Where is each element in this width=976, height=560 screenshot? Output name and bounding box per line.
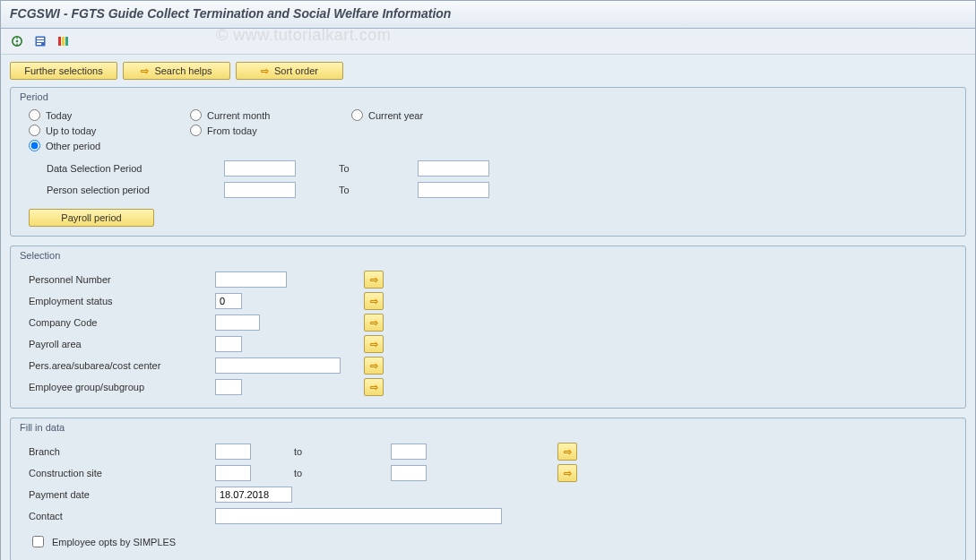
multiple-selection-button[interactable]: ⇨: [364, 378, 384, 396]
radio-up-to-today[interactable]: Up to today: [29, 125, 190, 136]
radio-from-today[interactable]: From today: [190, 125, 351, 136]
svg-rect-5: [37, 38, 44, 39]
field-label: Pers.area/subarea/cost center: [29, 360, 208, 371]
multiple-selection-button[interactable]: ⇨: [364, 357, 384, 375]
content-area: Further selections ⇨ Search helps ⇨ Sort…: [1, 55, 975, 560]
button-label: Further selections: [24, 65, 102, 76]
arrow-right-icon: ⇨: [370, 296, 378, 307]
variant-icon[interactable]: [55, 32, 73, 50]
data-selection-period-row: Data Selection Period To: [47, 159, 947, 178]
radio-label: Current month: [207, 110, 270, 121]
sort-order-button[interactable]: ⇨ Sort order: [236, 62, 343, 80]
data-selection-from-input[interactable]: [224, 160, 296, 177]
checkbox-label: Employee opts by SIMPLES: [52, 537, 176, 547]
multiple-selection-button[interactable]: ⇨: [557, 464, 577, 482]
field-label: Person selection period: [47, 185, 217, 195]
radio-input[interactable]: [351, 109, 363, 121]
radio-label: Today: [46, 110, 72, 121]
arrow-right-icon: ⇨: [370, 317, 378, 329]
search-helps-button[interactable]: ⇨ Search helps: [123, 62, 230, 80]
group-title: Selection: [11, 246, 965, 266]
svg-rect-6: [37, 40, 44, 42]
field-label: Branch: [29, 446, 208, 457]
radio-current-year[interactable]: Current year: [351, 109, 495, 121]
radio-other-period[interactable]: Other period: [29, 140, 190, 151]
arrow-right-icon: ⇨: [370, 339, 378, 350]
radio-input[interactable]: [29, 109, 40, 121]
further-selections-button[interactable]: Further selections: [10, 62, 117, 80]
to-label: to: [258, 446, 384, 457]
employment-status-row: Employment status ⇨: [29, 291, 947, 311]
person-selection-from-input[interactable]: [224, 182, 296, 198]
radio-label: Up to today: [46, 125, 96, 136]
arrow-right-icon: ⇨: [141, 65, 149, 77]
button-label: Sort order: [274, 65, 318, 76]
radio-input[interactable]: [190, 125, 202, 136]
pers-area-input[interactable]: [215, 358, 341, 374]
to-label: To: [303, 163, 410, 174]
svg-rect-8: [58, 37, 61, 46]
button-label: Payroll period: [61, 212, 121, 223]
radio-input[interactable]: [29, 125, 40, 136]
multiple-selection-button[interactable]: ⇨: [557, 443, 577, 461]
person-selection-period-row: Person selection period To: [47, 180, 947, 200]
radio-current-month[interactable]: Current month: [190, 109, 351, 121]
personnel-number-input[interactable]: [215, 271, 287, 288]
period-group: Period Today Current month Current year …: [10, 87, 966, 237]
arrow-right-icon: ⇨: [564, 446, 572, 458]
company-code-input[interactable]: [215, 314, 260, 331]
contact-input[interactable]: [215, 508, 502, 524]
page-title: FCGSWI - FGTS Guide Collect Termination …: [10, 6, 966, 21]
arrow-right-icon: ⇨: [370, 360, 378, 372]
field-label: Employment status: [29, 296, 208, 306]
toolbar: [1, 29, 975, 55]
multiple-selection-button[interactable]: ⇨: [364, 335, 384, 353]
field-label: Payment date: [29, 489, 208, 500]
arrow-right-icon: ⇨: [370, 382, 378, 393]
radio-input[interactable]: [190, 109, 202, 121]
field-label: Employee group/subgroup: [29, 382, 208, 392]
titlebar: FCGSWI - FGTS Guide Collect Termination …: [1, 1, 975, 29]
construction-site-row: Construction site to ⇨: [29, 463, 947, 483]
employment-status-input[interactable]: [215, 293, 242, 309]
group-title: Fill in data: [11, 418, 965, 438]
app-window: FCGSWI - FGTS Guide Collect Termination …: [0, 0, 976, 560]
svg-rect-9: [62, 37, 65, 46]
radio-label: Other period: [46, 141, 100, 151]
payment-date-input[interactable]: [215, 487, 292, 503]
radio-input[interactable]: [29, 140, 40, 151]
selection-group: Selection Personnel Number ⇨ Employment …: [10, 246, 966, 409]
person-selection-to-input[interactable]: [418, 182, 489, 198]
construction-to-input[interactable]: [391, 465, 427, 481]
radio-label: Current year: [368, 110, 423, 121]
svg-point-1: [16, 40, 18, 42]
branch-to-input[interactable]: [391, 444, 427, 460]
field-label: Construction site: [29, 468, 208, 478]
data-selection-to-input[interactable]: [418, 160, 489, 177]
svg-rect-7: [37, 43, 41, 45]
radio-label: From today: [207, 125, 257, 136]
multiple-selection-button[interactable]: ⇨: [364, 314, 384, 332]
period-radio-grid: Today Current month Current year Up to t…: [11, 108, 965, 153]
arrow-right-icon: ⇨: [564, 468, 572, 479]
payroll-period-button[interactable]: Payroll period: [29, 209, 154, 227]
execute-icon[interactable]: [8, 32, 26, 50]
construction-from-input[interactable]: [215, 465, 251, 481]
employee-group-row: Employee group/subgroup ⇨: [29, 377, 947, 397]
multiple-selection-button[interactable]: ⇨: [364, 271, 384, 289]
personnel-number-row: Personnel Number ⇨: [29, 270, 947, 289]
simples-checkbox[interactable]: [32, 536, 44, 547]
multiple-selection-button[interactable]: ⇨: [364, 292, 384, 310]
radio-today[interactable]: Today: [29, 109, 190, 121]
payroll-area-input[interactable]: [215, 336, 242, 352]
branch-from-input[interactable]: [215, 444, 251, 460]
field-label: Payroll area: [29, 339, 208, 349]
employee-group-input[interactable]: [215, 379, 242, 395]
arrow-right-icon: ⇨: [261, 65, 269, 77]
contact-row: Contact: [29, 506, 947, 526]
svg-rect-10: [65, 37, 68, 46]
company-code-row: Company Code ⇨: [29, 313, 947, 332]
payroll-area-row: Payroll area ⇨: [29, 334, 947, 354]
overview-icon[interactable]: [31, 32, 49, 50]
fill-in-data-group: Fill in data Branch to ⇨ Construction si…: [10, 418, 966, 560]
